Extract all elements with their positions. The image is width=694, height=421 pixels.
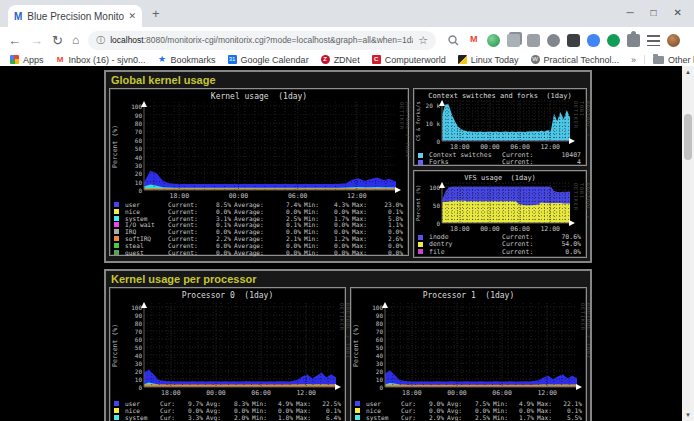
bookmarks-overflow-icon[interactable]: » [631, 55, 636, 65]
processor0-plot [144, 303, 336, 387]
processor0-ytick: 30 [122, 360, 142, 367]
list-extension-icon[interactable] [647, 35, 660, 46]
bookmark-inbox[interactable]: MInbox (16) - sjvn0... [56, 55, 146, 65]
close-button[interactable]: ✕ [674, 7, 682, 18]
forward-button[interactable]: → [30, 33, 43, 48]
legend-color-box [418, 249, 423, 254]
kernel-usage-chart-panel[interactable]: Kernel usage (1day)Percent (%)0102030405… [109, 88, 409, 256]
browser-menu-icon[interactable]: ⋮ [690, 34, 694, 47]
processor1-chart-panel[interactable]: Processor 1 (1day)Percent (%)01020304050… [350, 287, 587, 421]
pages-extension-icon[interactable] [507, 34, 520, 47]
calendar-icon: 31 [228, 55, 237, 64]
kernel_usage-legend-row: stealCurrent:0.0%Average:0.0%Min:0.0%Max… [114, 242, 406, 249]
scroll-down-icon[interactable]: ▼ [682, 409, 694, 421]
processor1-y-axis-label: Percent (%) [352, 303, 360, 387]
bookmark-apps[interactable]: Apps [10, 55, 44, 65]
bookmark-zdnet[interactable]: ZZDNet [321, 55, 360, 65]
processor1-ytick: 20 [363, 368, 383, 375]
bookmark-linux-today[interactable]: Linux Today [458, 55, 519, 65]
processor0-ytick: 10 [122, 376, 142, 383]
legend-color-box [114, 222, 119, 227]
kernel_usage-ytick: 70 [122, 128, 142, 135]
bookmarks-bar: Apps MInbox (16) - sjvn0... ★Bookmarks 3… [0, 53, 694, 66]
context-switches-chart-panel[interactable]: Context switches and forks (1day)CS & fo… [413, 88, 587, 166]
kernel_usage-ytick: 90 [122, 112, 142, 119]
kernel_usage-legend-row: systemCurrent:3.1%Average:2.5%Min:1.7%Ma… [114, 215, 406, 222]
dark-square-extension-icon[interactable] [567, 34, 580, 47]
blue-pill-extension-icon[interactable] [587, 34, 600, 47]
gray-circle-extension-icon[interactable] [547, 34, 560, 47]
processor0-legend-row: systemCur:3.3%Avg:2.0%Min:1.8%Max:6.4% [114, 414, 343, 421]
legend-color-box [355, 401, 360, 406]
context_switches-legend-row: Context switchesCurrent:10407 [418, 151, 584, 158]
legend-color-box [355, 408, 360, 413]
bookmark-computerworld[interactable]: CComputerworld [372, 55, 446, 65]
context_switches-title: Context switches and forks (1day) [414, 92, 586, 100]
bookmark-practical-technology[interactable]: WPractical Technol... [531, 55, 619, 65]
kernel_usage-ytick: 20 [122, 170, 142, 177]
legend-color-box [114, 243, 119, 248]
star-icon: ★ [158, 55, 167, 64]
maximize-button[interactable]: □ [651, 7, 657, 18]
search-icon[interactable] [447, 34, 460, 47]
section-title: Global kernel usage [109, 74, 587, 88]
gray-square-extension-icon[interactable] [527, 34, 540, 47]
kernel_usage-ytick: 50 [122, 145, 142, 152]
vfs_usage-ytick: 50 [420, 202, 440, 209]
processor1-ytick: 60 [363, 336, 383, 343]
address-bar[interactable]: ⓘ localhost:8080/monitorix-cgi/monitorix… [88, 31, 436, 50]
processor1-ytick: 90 [363, 312, 383, 319]
processor1-legend-row: userCur:9.0%Avg:7.5%Min:4.9%Max:22.1% [355, 400, 584, 407]
context_switches-ytick: 0 [420, 138, 440, 145]
bookmark-bookmarks[interactable]: ★Bookmarks [158, 55, 216, 65]
legend-color-box [114, 229, 119, 234]
processor0-ytick: 0 [122, 384, 142, 391]
processor0-ytick: 70 [122, 328, 142, 335]
green-circle-extension-icon[interactable] [607, 34, 620, 47]
vfs_usage-legend-row: fileCurrent:0.0% [418, 248, 584, 255]
other-bookmarks-button[interactable]: Other bookmarks [653, 55, 694, 65]
extensions-puzzle-icon[interactable] [627, 34, 640, 47]
home-button[interactable]: ⌂ [72, 33, 79, 47]
site-info-icon[interactable]: ⓘ [96, 34, 105, 47]
tab-close-icon[interactable]: ✕ [128, 11, 136, 21]
processor1-plot [385, 303, 577, 387]
processor1-ytick: 70 [363, 328, 383, 335]
browser-tab[interactable]: M Blue Precision Monitorix ✕ [8, 5, 142, 27]
processor1-xtick: 18:00 [399, 389, 425, 397]
processor1-title: Processor 1 (1day) [351, 291, 586, 300]
new-tab-button[interactable]: + [152, 6, 160, 21]
processor0-xtick: 18:00 [158, 389, 184, 397]
gmail-extension-icon[interactable]: M [467, 34, 480, 47]
processor0-ytick: 100 [122, 304, 142, 311]
reload-button[interactable]: ↻ [52, 33, 63, 48]
kernel_usage-xtick: 06:00 [285, 192, 311, 200]
vfs_usage-xtick: 12:00 [537, 225, 563, 233]
legend-color-box [418, 153, 423, 158]
green-sphere-extension-icon[interactable] [487, 34, 500, 47]
profile-avatar[interactable] [667, 34, 680, 47]
kernel_usage-ytick: 60 [122, 137, 142, 144]
back-button[interactable]: ← [8, 33, 21, 48]
processor1-watermark: RRDTOOL / TOBI OETIKER [580, 303, 592, 387]
kernel_usage-legend-row: I/O waitCurrent:0.1%Average:0.1%Min:0.0%… [114, 221, 406, 228]
context_switches-xtick: 00:00 [477, 143, 503, 151]
processor0-chart-panel[interactable]: Processor 0 (1day)Percent (%)01020304050… [109, 287, 346, 421]
context_switches-xtick: 06:00 [507, 143, 533, 151]
processor0-legend: userCur:9.7%Avg:8.3%Min:4.9%Max:22.5%nic… [114, 400, 343, 421]
scrollbar-thumb[interactable] [684, 114, 692, 160]
bookmark-star-icon[interactable]: ☆ [418, 34, 428, 47]
page-scrollbar[interactable]: ▲ ▼ [682, 66, 694, 421]
url-path: :8080/monitorix-cgi/monitorix.cgi?mode=l… [144, 35, 414, 45]
url-text[interactable]: localhost:8080/monitorix-cgi/monitorix.c… [110, 35, 413, 45]
processor0-xtick: 12:00 [293, 389, 319, 397]
bookmark-google-calendar[interactable]: 31Google Calendar [228, 55, 309, 65]
scroll-up-icon[interactable]: ▲ [682, 66, 694, 78]
processor1-ytick: 50 [363, 344, 383, 351]
kernel_usage-ytick: 30 [122, 162, 142, 169]
vfs-usage-chart-panel[interactable]: VFS usage (1day)Percent (%)05010018:0000… [413, 170, 587, 258]
vfs_usage-ytick: 100 [420, 184, 440, 191]
processor0-xtick: 06:00 [248, 389, 274, 397]
minimize-button[interactable]: ─ [626, 7, 633, 18]
tab-title: Blue Precision Monitorix [27, 11, 124, 22]
